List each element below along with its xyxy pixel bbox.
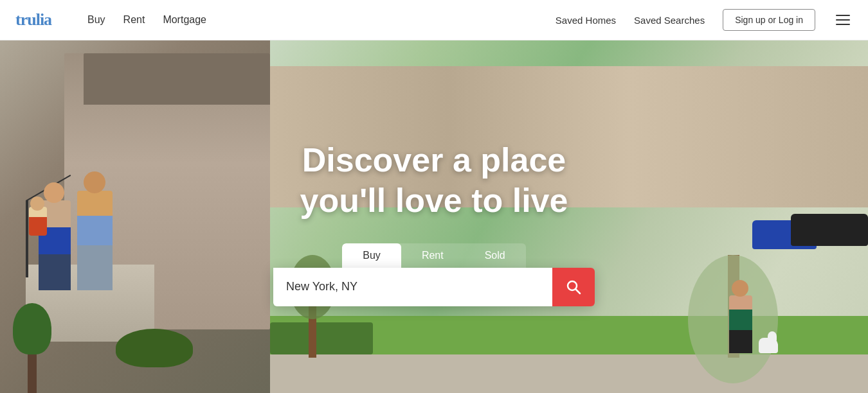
search-bar <box>273 268 595 306</box>
search-button[interactable] <box>552 268 595 306</box>
saved-searches-link[interactable]: Saved Searches <box>634 15 705 26</box>
hero-title-line1: Discover a place <box>302 141 566 179</box>
hero-content: Discover a place you'll love to live Buy… <box>0 40 868 393</box>
tab-buy[interactable]: Buy <box>342 243 401 268</box>
search-tabs: Buy Rent Sold <box>342 243 525 268</box>
svg-line-2 <box>576 289 581 293</box>
saved-homes-link[interactable]: Saved Homes <box>556 15 616 26</box>
nav-right: Saved Homes Saved Searches Sign up or Lo… <box>556 9 853 31</box>
hamburger-line-2 <box>836 19 850 21</box>
search-icon <box>565 279 582 295</box>
hamburger-line-1 <box>836 15 850 16</box>
navbar: trulia Buy Rent Mortgage Saved Homes Sav… <box>0 0 868 40</box>
search-input[interactable] <box>273 268 552 306</box>
tab-sold[interactable]: Sold <box>464 243 526 268</box>
nav-mortgage[interactable]: Mortgage <box>163 14 206 26</box>
nav-rent[interactable]: Rent <box>123 14 145 26</box>
hero-title-line2: you'll love to live <box>300 182 568 219</box>
nav-links: Buy Rent Mortgage <box>87 14 556 26</box>
hero-title: Discover a place you'll love to live <box>300 140 568 220</box>
svg-text:trulia: trulia <box>15 11 52 29</box>
logo[interactable]: trulia <box>15 11 67 29</box>
signup-button[interactable]: Sign up or Log in <box>723 9 815 31</box>
nav-buy[interactable]: Buy <box>87 14 105 26</box>
hamburger-menu[interactable] <box>833 12 853 28</box>
hamburger-line-3 <box>836 24 850 25</box>
hero-section: Discover a place you'll love to live Buy… <box>0 40 868 393</box>
tab-rent[interactable]: Rent <box>401 243 464 268</box>
